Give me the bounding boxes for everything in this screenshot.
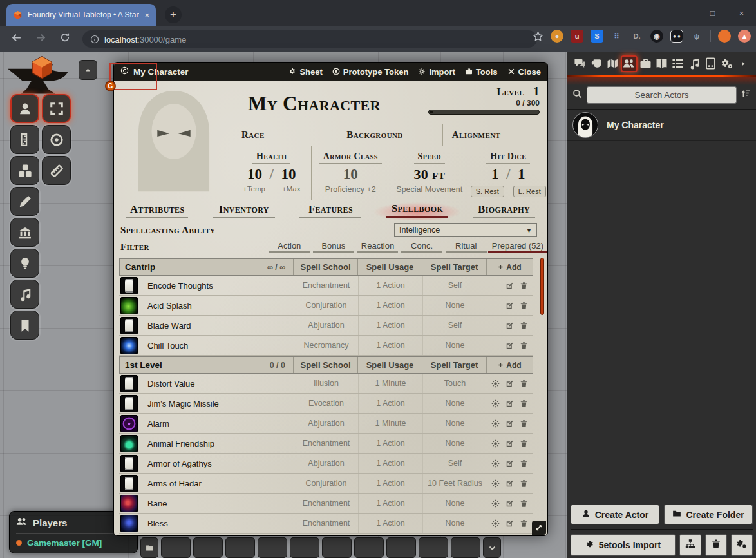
token-tool[interactable] <box>10 94 39 123</box>
spell-art-scroll[interactable] <box>120 455 138 472</box>
edit-spell-icon[interactable] <box>506 380 514 388</box>
spell-art-scroll[interactable] <box>120 375 138 392</box>
spell-name[interactable]: Bless <box>141 519 294 528</box>
measure-tool[interactable] <box>10 125 39 154</box>
spell-row[interactable]: BaneEnchantment1 ActionNone <box>119 494 533 514</box>
close-button[interactable]: Close <box>507 67 541 77</box>
edit-spell-icon[interactable] <box>506 519 514 528</box>
edit-spell-icon[interactable] <box>506 439 514 448</box>
field-background[interactable]: Background <box>337 124 442 146</box>
sort-icon[interactable] <box>741 89 751 101</box>
sheet-button[interactable]: Sheet <box>288 67 322 77</box>
short-rest-button[interactable]: S. Rest <box>471 186 504 197</box>
spell-art-alarm[interactable] <box>120 415 138 432</box>
add-spell-button[interactable]: Add <box>486 357 533 373</box>
sidebar-tab-playlists[interactable] <box>686 55 703 72</box>
sidebar-tab-journal[interactable] <box>654 55 670 72</box>
select-tool[interactable] <box>42 94 71 123</box>
delete-spell-icon[interactable] <box>520 459 528 468</box>
minimize-button[interactable]: – <box>669 0 698 26</box>
spell-row[interactable]: Arms of HadarConjuration1 Action10 Feet … <box>119 474 533 494</box>
cookie-icon[interactable]: ● <box>551 30 563 43</box>
tab-spellbook[interactable]: Spellbook <box>374 202 461 220</box>
5etools-import-button[interactable]: 5etools Import <box>571 534 676 556</box>
spell-row[interactable]: Encode ThoughtsEnchantment1 ActionSelf <box>119 276 533 296</box>
actor-list-item[interactable]: My Character <box>567 110 756 141</box>
prepare-toggle-icon[interactable] <box>491 459 500 468</box>
fork-ext-icon[interactable]: ψ <box>690 30 703 43</box>
spell-art-paw[interactable] <box>120 435 138 452</box>
spell-row[interactable]: AlarmAbjuration1 MinuteNone <box>119 414 533 434</box>
create-actor-button[interactable]: Create Actor <box>571 505 659 524</box>
prepare-toggle-icon[interactable] <box>491 399 500 408</box>
spell-row[interactable]: Chill TouchNecromancy1 ActionNone <box>119 336 533 356</box>
tools-button[interactable]: Tools <box>465 67 498 77</box>
spell-name[interactable]: Blade Ward <box>141 321 294 331</box>
prepare-toggle-icon[interactable] <box>491 519 500 528</box>
tab-features[interactable]: Features <box>287 203 374 220</box>
delete-spell-icon[interactable] <box>520 302 528 310</box>
filter-action[interactable]: Action <box>267 241 312 253</box>
macro-slot[interactable] <box>290 537 319 558</box>
edit-spell-icon[interactable] <box>506 399 514 408</box>
sidebar-tab-chat[interactable] <box>572 55 588 72</box>
prototype-token-button[interactable]: Prototype Token <box>332 67 409 77</box>
tab-inventory[interactable]: Inventory <box>201 203 288 220</box>
macro-slot[interactable] <box>322 537 352 558</box>
delete-spell-icon[interactable] <box>520 282 528 290</box>
spell-name[interactable]: Animal Friendship <box>141 439 294 448</box>
sidebar-tab-settings[interactable] <box>719 55 735 72</box>
spell-row[interactable]: Blade WardAbjuration1 ActionSelf <box>119 316 533 336</box>
macro-slot[interactable] <box>451 537 480 558</box>
edit-spell-icon[interactable] <box>506 419 514 428</box>
tab-biography[interactable]: Biography <box>460 203 547 220</box>
ublock-icon[interactable]: u <box>571 30 583 43</box>
spell-name[interactable]: Chill Touch <box>141 341 294 351</box>
spell-name[interactable]: Bane <box>141 499 294 508</box>
tiles-tool[interactable] <box>10 156 39 185</box>
health-block[interactable]: Health 10 / 10 +Temp+Max <box>232 146 311 200</box>
edit-spell-icon[interactable] <box>506 302 514 310</box>
player-row[interactable]: Gamemaster [GM] <box>16 538 131 548</box>
spellcasting-ability-select[interactable]: Intelligence▼ <box>394 223 537 237</box>
macro-slot[interactable] <box>161 537 191 558</box>
profile-avatar[interactable] <box>718 30 731 43</box>
back-icon[interactable] <box>4 32 28 46</box>
edit-spell-icon[interactable] <box>506 459 514 468</box>
box-ext-icon[interactable]: ● ● <box>670 30 683 43</box>
field-race[interactable]: Race <box>232 124 337 146</box>
sidebar-tab-tables[interactable] <box>670 55 686 72</box>
macro-slot[interactable] <box>258 537 287 558</box>
spell-name[interactable]: Acid Splash <box>141 301 294 311</box>
spell-art-scroll[interactable] <box>120 395 138 412</box>
spell-art-bless[interactable] <box>120 515 138 532</box>
speed-value[interactable]: 30 ft <box>390 166 469 183</box>
spell-art-scroll[interactable] <box>120 475 138 492</box>
bookmark-star-icon[interactable] <box>533 31 543 42</box>
target-tool[interactable] <box>42 125 71 154</box>
nav-collapse-button[interactable] <box>79 60 97 80</box>
spell-name[interactable]: Encode Thoughts <box>141 281 294 291</box>
section-slots[interactable]: 0 / 0 <box>270 361 285 370</box>
scrollbar-thumb[interactable] <box>540 258 544 315</box>
spell-row[interactable]: Animal FriendshipEnchantment1 ActionNone <box>119 434 533 454</box>
actor-avatar[interactable] <box>572 112 598 138</box>
maximize-button[interactable]: □ <box>698 0 727 26</box>
delete-spell-icon[interactable] <box>520 399 528 408</box>
macro-slot[interactable] <box>225 537 255 558</box>
delete-spell-icon[interactable] <box>520 322 528 330</box>
new-tab-button[interactable]: + <box>165 6 182 23</box>
folder-tree-button[interactable] <box>679 534 701 556</box>
sidebar-tab-combat[interactable] <box>588 55 604 72</box>
search-input[interactable] <box>587 86 737 104</box>
spell-row[interactable]: Distort ValueIllusion1 MinuteTouch <box>119 374 533 394</box>
macro-slot[interactable] <box>193 537 223 558</box>
xp-value[interactable]: 0 / 300 <box>428 99 540 108</box>
delete-spell-icon[interactable] <box>520 419 528 428</box>
lighting-tool[interactable] <box>10 249 39 278</box>
spell-name[interactable]: Arms of Hadar <box>141 479 294 488</box>
drawing-tool[interactable] <box>10 187 39 216</box>
macro-slot[interactable] <box>386 537 416 558</box>
spell-art-scroll[interactable] <box>120 317 138 334</box>
tab-attributes[interactable]: Attributes <box>114 203 201 220</box>
